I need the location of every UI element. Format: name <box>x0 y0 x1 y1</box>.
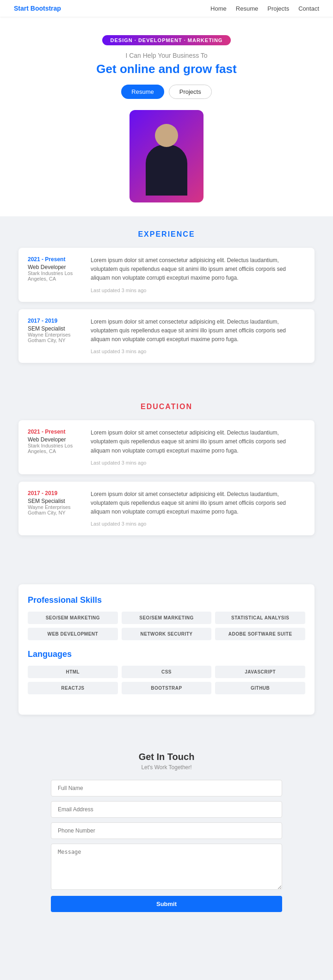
skill-5: NETWORK SECURITY <box>122 628 212 640</box>
nav-contact[interactable]: Contact <box>298 5 319 12</box>
education-card-2-left: 2017 - 2019 SEM Specialist Wayne Enterpr… <box>28 490 83 527</box>
resume-button[interactable]: Resume <box>121 85 164 99</box>
languages-title: Languages <box>28 649 305 659</box>
experience-card-2-desc: Lorem ipsum dolor sit amet consectetur a… <box>91 318 305 344</box>
experience-card-2-left: 2017 - 2019 SEM Specialist Wayne Enterpr… <box>28 318 83 355</box>
education-card-2-updated: Last updated 3 mins ago <box>91 521 146 527</box>
education-card-1: 2021 - Present Web Developer Stark Indus… <box>18 420 314 474</box>
education-card-1-date: 2021 - Present <box>28 429 83 435</box>
nav-home[interactable]: Home <box>210 5 227 12</box>
skill-2: SEO/SEM MARKETING <box>122 612 212 624</box>
lang-6: GITHUB <box>215 682 305 694</box>
projects-button[interactable]: Projects <box>169 85 212 99</box>
hero-person-body <box>146 145 187 196</box>
education-section: EDUCATION 2021 - Present Web Developer S… <box>0 389 333 561</box>
phone-input[interactable] <box>51 822 282 839</box>
email-input[interactable] <box>51 801 282 818</box>
hero-sub: I Can Help Your Business To <box>9 52 324 59</box>
skills-card: Professional Skills SEO/SEM MARKETING SE… <box>18 584 314 715</box>
hero-person-figure <box>139 115 194 202</box>
languages-grid: HTML CSS JAVASCRIPT REACTJS BOOTSTRAP GI… <box>28 666 305 694</box>
education-card-2-right: Lorem ipsum dolor sit amet consectetur a… <box>91 490 305 527</box>
nav-brand[interactable]: Start Bootstrap <box>14 5 61 12</box>
education-card-2-desc: Lorem ipsum dolor sit amet consectetur a… <box>91 490 305 517</box>
experience-card-2-company: Wayne Enterprises <box>28 332 83 337</box>
navbar: Start Bootstrap Home Resume Projects Con… <box>0 0 333 17</box>
education-card-1-desc: Lorem ipsum dolor sit amet consectetur a… <box>91 429 305 455</box>
education-card-1-left: 2021 - Present Web Developer Stark Indus… <box>28 429 83 466</box>
contact-section: Get In Touch Let's Work Together! Submit <box>0 738 333 926</box>
education-card-1-right: Lorem ipsum dolor sit amet consectetur a… <box>91 429 305 466</box>
education-card-1-company: Stark Industries Los <box>28 443 83 448</box>
skills-grid: SEO/SEM MARKETING SEO/SEM MARKETING STAT… <box>28 612 305 640</box>
experience-card-1-company: Stark Industries Los <box>28 270 83 276</box>
hero-image-wrap <box>9 110 324 202</box>
skill-4: WEB DEVELOPMENT <box>28 628 118 640</box>
experience-card-1-left: 2021 - Present Web Developer Stark Indus… <box>28 256 83 294</box>
education-card-2-role: SEM Specialist <box>28 498 83 504</box>
submit-button[interactable]: Submit <box>51 896 282 912</box>
skill-1: SEO/SEM MARKETING <box>28 612 118 624</box>
experience-section: EXPERIENCE 2021 - Present Web Developer … <box>0 216 333 389</box>
experience-card-1-role: Web Developer <box>28 264 83 270</box>
experience-card-1-right: Lorem ipsum dolor sit amet consectetur a… <box>91 256 305 294</box>
nav-projects[interactable]: Projects <box>267 5 289 12</box>
name-input[interactable] <box>51 780 282 796</box>
experience-card-2-location: Gotham City, NY <box>28 337 83 343</box>
experience-card-1: 2021 - Present Web Developer Stark Indus… <box>18 248 314 302</box>
skill-3: STATISTICAL ANALYSIS <box>215 612 305 624</box>
lang-1: HTML <box>28 666 118 678</box>
contact-title: Get In Touch <box>9 752 324 762</box>
experience-card-2-date: 2017 - 2019 <box>28 318 83 324</box>
hero-badge: DESIGN · DEVELOPMENT · MARKETING <box>102 35 231 45</box>
contact-form: Submit <box>51 780 282 912</box>
education-card-2-location: Gotham City, NY <box>28 510 83 515</box>
experience-card-1-updated: Last updated 3 mins ago <box>91 288 146 293</box>
experience-title: EXPERIENCE <box>9 230 324 239</box>
experience-card-1-location: Angeles, CA <box>28 276 83 282</box>
lang-2: CSS <box>122 666 212 678</box>
experience-card-2-updated: Last updated 3 mins ago <box>91 349 146 354</box>
lang-5: BOOTSTRAP <box>122 682 212 694</box>
experience-card-1-desc: Lorem ipsum dolor sit amet consectetur a… <box>91 256 305 283</box>
education-card-2-date: 2017 - 2019 <box>28 490 83 496</box>
education-card-1-role: Web Developer <box>28 436 83 443</box>
education-card-1-updated: Last updated 3 mins ago <box>91 460 146 466</box>
education-cards: 2021 - Present Web Developer Stark Indus… <box>9 420 324 547</box>
skills-section: Professional Skills SEO/SEM MARKETING SE… <box>0 561 333 738</box>
skills-title: Professional Skills <box>28 595 305 605</box>
hero-person-head <box>155 124 178 147</box>
hero-buttons: Resume Projects <box>9 85 324 99</box>
education-card-1-location: Angeles, CA <box>28 448 83 454</box>
experience-card-2: 2017 - 2019 SEM Specialist Wayne Enterpr… <box>18 309 314 363</box>
lang-4: REACTJS <box>28 682 118 694</box>
education-card-2-company: Wayne Enterprises <box>28 504 83 510</box>
experience-card-1-date: 2021 - Present <box>28 256 83 263</box>
nav-resume[interactable]: Resume <box>236 5 258 12</box>
nav-links: Home Resume Projects Contact <box>210 5 319 12</box>
experience-cards: 2021 - Present Web Developer Stark Indus… <box>9 248 324 375</box>
message-input[interactable] <box>51 844 282 890</box>
hero-title: Get online and grow fast <box>9 62 324 76</box>
experience-card-2-right: Lorem ipsum dolor sit amet consectetur a… <box>91 318 305 355</box>
lang-3: JAVASCRIPT <box>215 666 305 678</box>
hero-section: DESIGN · DEVELOPMENT · MARKETING I Can H… <box>0 17 333 216</box>
skill-6: ADOBE SOFTWARE SUITE <box>215 628 305 640</box>
hero-image <box>130 110 204 202</box>
education-title: EDUCATION <box>9 403 324 411</box>
education-card-2: 2017 - 2019 SEM Specialist Wayne Enterpr… <box>18 482 314 536</box>
contact-sub: Let's Work Together! <box>9 764 324 771</box>
experience-card-2-role: SEM Specialist <box>28 325 83 332</box>
